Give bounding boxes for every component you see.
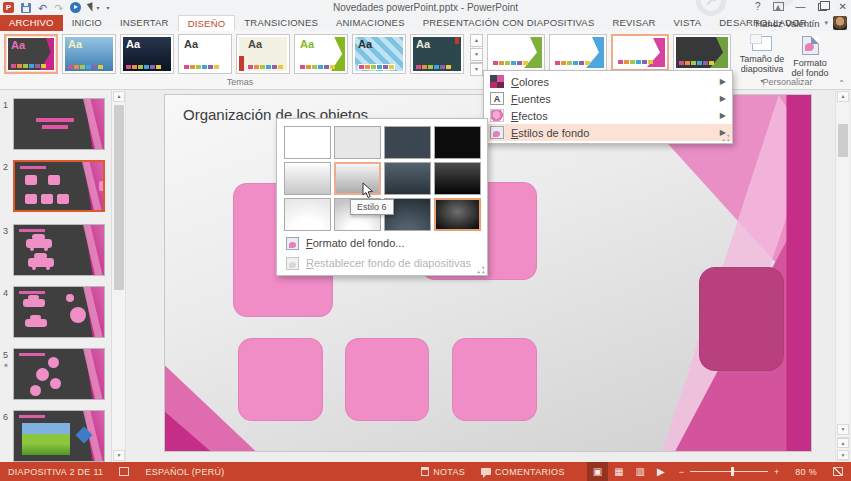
tab-vista[interactable]: VISTA xyxy=(665,15,711,31)
notes-button[interactable]: NOTAS xyxy=(413,462,473,481)
theme-thumbnail-7[interactable]: Aa xyxy=(352,34,406,74)
tab-archivo[interactable]: ARCHIVO xyxy=(0,15,63,31)
scroll-down-icon[interactable]: ▼ xyxy=(113,450,125,461)
menu-item-colores[interactable]: Colores ▶ xyxy=(484,73,732,90)
gallery-scroll-up-icon[interactable]: ▲ xyxy=(470,34,483,47)
restore-button[interactable] xyxy=(818,3,827,11)
ribbon-display-options-icon[interactable]: ▴ xyxy=(773,2,784,11)
tab-revisar[interactable]: REVISAR xyxy=(603,15,664,31)
tab-inicio[interactable]: INICIO xyxy=(63,15,111,31)
bg-style-tile-estilo-7[interactable] xyxy=(384,162,431,195)
slide-thumbnail-4[interactable] xyxy=(13,286,105,338)
slide-sorter-view-button[interactable]: ▦ xyxy=(608,462,629,481)
fit-slide-to-window-button[interactable] xyxy=(825,462,851,481)
slide-shape-rounded-square-dark[interactable] xyxy=(699,267,784,371)
theme-thumbnail-2[interactable]: Aa xyxy=(62,34,116,74)
reading-view-button[interactable]: ▥ xyxy=(630,462,651,481)
menu-item-estilos-de-fondo[interactable]: Estilos de fondo ▶ xyxy=(484,124,732,141)
slide-indicator[interactable]: DIAPOSITIVA 2 DE 11 xyxy=(0,462,111,481)
slide-editor: Organización de los objetos ▲ ▼ ▲ ▼ xyxy=(126,90,851,462)
minimize-button[interactable]: — xyxy=(796,1,806,12)
bg-style-tile-estilo-4[interactable] xyxy=(434,126,481,159)
slide-thumbnail-1[interactable] xyxy=(13,98,105,150)
save-icon[interactable] xyxy=(21,3,31,13)
panel-scrollbar[interactable]: ▲ ▼ xyxy=(112,90,126,462)
zoom-slider[interactable] xyxy=(690,471,768,472)
undo-icon[interactable]: ↶ xyxy=(38,3,47,13)
redo-icon[interactable]: ↷ xyxy=(54,3,63,13)
bg-style-tile-estilo-9[interactable] xyxy=(284,198,331,231)
close-button[interactable]: ✕ xyxy=(839,1,847,12)
bg-style-tile-estilo-6-hovered[interactable] xyxy=(334,162,381,195)
slide-thumbnail-5[interactable] xyxy=(13,348,105,400)
slideshow-view-button[interactable]: ▶ xyxy=(651,462,671,481)
group-label-temas: Temas xyxy=(180,77,300,87)
theme-thumbnail-4[interactable]: Aa xyxy=(178,34,232,74)
theme-thumbnail-5[interactable]: Aa xyxy=(236,34,290,74)
slide-thumbnail-3[interactable] xyxy=(13,224,105,276)
scroll-down-icon[interactable]: ▼ xyxy=(837,424,849,435)
submenu-arrow-icon: ▶ xyxy=(720,77,726,86)
tooltip: Estilo 6 xyxy=(350,199,394,215)
previous-slide-icon[interactable]: ▲ xyxy=(837,437,849,448)
menu-item-fuentes[interactable]: A Fuentes ▶ xyxy=(484,90,732,107)
resize-grip[interactable] xyxy=(477,266,485,274)
variant-thumbnail-2[interactable] xyxy=(549,34,607,71)
gallery-more-icon[interactable]: ▼ xyxy=(470,62,483,76)
slide-shape-rounded-square[interactable] xyxy=(345,338,429,421)
window-controls: ? ▴ — ✕ xyxy=(755,1,847,12)
slide-thumbnail-6[interactable] xyxy=(13,410,105,462)
editor-scrollbar[interactable]: ▲ ▼ ▲ ▼ xyxy=(835,90,849,462)
bg-style-tile-estilo-3[interactable] xyxy=(384,126,431,159)
reset-background-command-disabled[interactable]: Restablecer fondo de diapositivas xyxy=(284,255,480,271)
bg-style-tile-estilo-2[interactable] xyxy=(334,126,381,159)
zoom-in-icon[interactable]: + xyxy=(774,467,779,477)
normal-view-button[interactable]: ▣ xyxy=(587,462,608,481)
tab-presentacion[interactable]: PRESENTACIÓN CON DIAPOSITIVAS xyxy=(414,15,604,31)
scrollbar-thumb[interactable] xyxy=(114,105,124,290)
theme-thumbnail-6[interactable]: Aa xyxy=(294,34,348,74)
bg-style-tile-estilo-1[interactable] xyxy=(284,126,331,159)
next-slide-icon[interactable]: ▼ xyxy=(837,450,849,461)
user-account[interactable]: Handz Valentín ▾ xyxy=(755,16,847,30)
customize-qat-icon[interactable]: ▾ xyxy=(106,4,109,11)
collapse-ribbon-icon[interactable]: ⌃ xyxy=(838,79,845,88)
reset-background-icon xyxy=(286,257,299,270)
bg-style-tile-estilo-5[interactable] xyxy=(284,162,331,195)
tab-transiciones[interactable]: TRANSICIONES xyxy=(235,15,327,31)
start-presentation-icon[interactable] xyxy=(70,2,81,13)
theme-thumbnail-3[interactable]: Aa xyxy=(120,34,174,74)
zoom-out-icon[interactable]: − xyxy=(679,467,684,477)
slide-thumbnail-2-selected[interactable] xyxy=(13,160,105,212)
tab-insertar[interactable]: INSERTAR xyxy=(111,15,178,31)
variant-thumbnail-3[interactable] xyxy=(611,34,669,71)
help-button[interactable]: ? xyxy=(755,1,761,12)
scroll-up-icon[interactable]: ▲ xyxy=(113,91,125,102)
slide-number: 4 xyxy=(3,288,12,298)
theme-thumbnail-8[interactable]: Aa xyxy=(410,34,464,74)
zoom-slider-thumb[interactable] xyxy=(731,467,734,476)
menu-item-efectos[interactable]: Efectos ▶ xyxy=(484,107,732,124)
comments-button[interactable]: COMENTARIOS xyxy=(473,462,573,481)
language-status[interactable]: ESPAÑOL (PERÚ) xyxy=(137,462,232,481)
slide-canvas[interactable]: Organización de los objetos xyxy=(164,94,812,452)
touch-mouse-mode-icon[interactable] xyxy=(87,2,95,12)
tab-animaciones[interactable]: ANIMACIONES xyxy=(327,15,414,31)
slide-shape-rounded-square[interactable] xyxy=(452,338,537,421)
variant-thumbnail-4[interactable] xyxy=(673,34,731,71)
powerpoint-logo-icon[interactable]: P xyxy=(3,2,14,13)
scrollbar-thumb[interactable] xyxy=(838,124,848,157)
proofing-status[interactable] xyxy=(111,462,137,481)
slide-shape-rounded-square[interactable] xyxy=(238,338,323,421)
bg-style-tile-estilo-12-selected[interactable] xyxy=(434,198,481,231)
resize-grip[interactable] xyxy=(722,134,730,142)
tab-diseno[interactable]: DISEÑO xyxy=(178,15,236,31)
format-background-command[interactable]: Formato del fondo... xyxy=(284,235,480,251)
variant-thumbnail-1[interactable] xyxy=(487,34,545,71)
scroll-up-icon[interactable]: ▲ xyxy=(837,91,849,102)
zoom-level[interactable]: 80 % xyxy=(787,462,825,481)
gallery-scroll-down-icon[interactable]: ▼ xyxy=(470,48,483,61)
avatar[interactable] xyxy=(833,16,847,30)
theme-thumbnail-1[interactable]: Aa xyxy=(4,34,58,74)
bg-style-tile-estilo-8[interactable] xyxy=(434,162,481,195)
